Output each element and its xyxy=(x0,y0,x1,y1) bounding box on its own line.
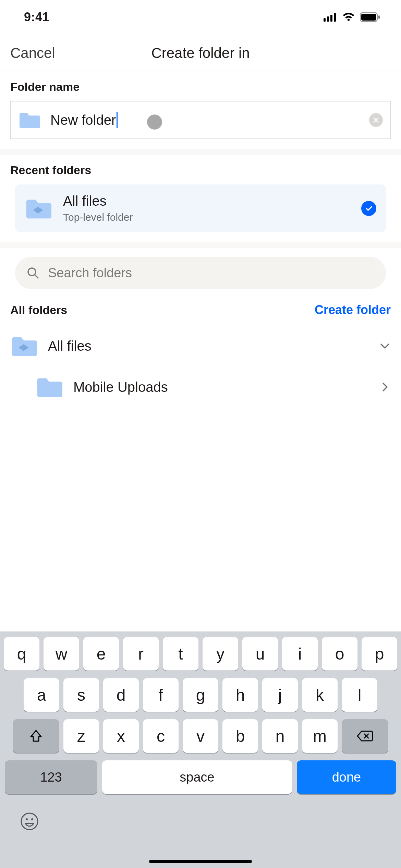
key-q[interactable]: q xyxy=(4,637,39,671)
chevron-down-icon xyxy=(379,340,391,352)
key-a[interactable]: a xyxy=(24,678,59,712)
svg-point-19 xyxy=(31,818,33,820)
keyboard-row-1: qwertyuiop xyxy=(3,637,398,671)
search-input[interactable]: Search folders xyxy=(15,257,386,289)
svg-rect-0 xyxy=(324,18,326,22)
recent-folders-label: Recent folders xyxy=(10,164,391,177)
folder-name-section: Folder name New folder xyxy=(0,72,401,149)
backspace-key[interactable] xyxy=(342,719,388,753)
keyboard-row-2: asdfghjkl xyxy=(3,678,398,712)
folder-icon xyxy=(18,111,40,129)
svg-rect-6 xyxy=(378,15,380,19)
status-time: 9:41 xyxy=(24,10,49,24)
svg-point-17 xyxy=(21,813,38,830)
svg-rect-2 xyxy=(330,15,332,22)
folder-row-label: Mobile Uploads xyxy=(73,379,379,395)
keyboard-footer xyxy=(3,801,398,831)
key-w[interactable]: w xyxy=(44,637,79,671)
navbar: Cancel Create folder in xyxy=(0,34,401,72)
done-key[interactable]: done xyxy=(297,760,396,794)
key-d[interactable]: d xyxy=(103,678,139,712)
home-indicator xyxy=(149,860,252,863)
key-x[interactable]: x xyxy=(103,719,139,753)
dropbox-folder-icon xyxy=(10,335,37,357)
recent-folder-subtitle: Top-level folder xyxy=(63,212,361,223)
key-e[interactable]: e xyxy=(83,637,119,671)
keyboard-row-bottom: 123 space done xyxy=(3,760,398,794)
section-divider xyxy=(0,242,401,248)
shift-key[interactable] xyxy=(13,719,59,753)
folder-name-label: Folder name xyxy=(10,80,391,94)
key-z[interactable]: z xyxy=(63,719,99,753)
key-r[interactable]: r xyxy=(123,637,159,671)
key-b[interactable]: b xyxy=(222,719,258,753)
key-v[interactable]: v xyxy=(183,719,218,753)
svg-rect-5 xyxy=(361,14,376,21)
key-p[interactable]: p xyxy=(362,637,397,671)
folder-list: All files Mobile Uploads xyxy=(0,321,401,408)
clear-text-button[interactable] xyxy=(369,113,383,127)
search-icon xyxy=(27,267,39,279)
touch-indicator xyxy=(147,114,162,130)
key-l[interactable]: l xyxy=(342,678,377,712)
folder-name-input[interactable]: New folder xyxy=(10,101,391,139)
key-y[interactable]: y xyxy=(203,637,238,671)
status-bar: 9:41 xyxy=(0,0,401,34)
folder-row-label: All files xyxy=(48,338,379,354)
keyboard-row-3: zxcvbnm xyxy=(3,719,398,753)
search-placeholder: Search folders xyxy=(48,266,132,280)
selected-check-icon xyxy=(361,201,376,216)
emoji-key[interactable] xyxy=(20,812,39,831)
recent-folder-row[interactable]: All files Top-level folder xyxy=(15,184,386,232)
key-n[interactable]: n xyxy=(262,719,298,753)
battery-icon xyxy=(360,12,380,22)
folder-name-value: New folder xyxy=(50,112,118,128)
status-icons xyxy=(324,12,380,22)
key-f[interactable]: f xyxy=(143,678,179,712)
folder-icon xyxy=(36,376,62,398)
all-folders-label: All folders xyxy=(10,303,67,317)
text-caret xyxy=(117,112,118,128)
cellular-icon xyxy=(324,13,337,22)
search-section: Search folders xyxy=(0,248,401,292)
key-u[interactable]: u xyxy=(242,637,278,671)
key-s[interactable]: s xyxy=(63,678,99,712)
section-divider xyxy=(0,149,401,155)
key-m[interactable]: m xyxy=(302,719,338,753)
create-folder-button[interactable]: Create folder xyxy=(315,303,391,317)
page-title: Create folder in xyxy=(0,45,401,61)
recent-folder-title: All files xyxy=(63,193,361,209)
key-o[interactable]: o xyxy=(322,637,357,671)
svg-point-18 xyxy=(26,818,28,820)
keyboard: qwertyuiop asdfghjkl zxcvbnm 123 space d… xyxy=(0,631,401,868)
folder-row-all-files[interactable]: All files xyxy=(10,325,391,366)
folder-row-mobile-uploads[interactable]: Mobile Uploads xyxy=(10,366,391,408)
svg-rect-3 xyxy=(334,13,336,22)
key-j[interactable]: j xyxy=(262,678,298,712)
svg-rect-1 xyxy=(327,16,329,22)
key-h[interactable]: h xyxy=(222,678,258,712)
wifi-icon xyxy=(342,13,355,22)
key-c[interactable]: c xyxy=(143,719,179,753)
svg-line-12 xyxy=(35,275,38,278)
cancel-button[interactable]: Cancel xyxy=(10,45,55,61)
key-g[interactable]: g xyxy=(183,678,218,712)
svg-point-11 xyxy=(28,268,36,276)
all-folders-header: All folders Create folder xyxy=(0,292,401,321)
space-key[interactable]: space xyxy=(102,760,292,794)
numbers-key[interactable]: 123 xyxy=(5,760,97,794)
key-i[interactable]: i xyxy=(282,637,318,671)
key-t[interactable]: t xyxy=(163,637,198,671)
dropbox-folder-icon xyxy=(25,197,51,219)
key-k[interactable]: k xyxy=(302,678,338,712)
chevron-right-icon xyxy=(379,381,391,393)
recent-folders-section: Recent folders All files Top-level folde… xyxy=(0,155,401,242)
